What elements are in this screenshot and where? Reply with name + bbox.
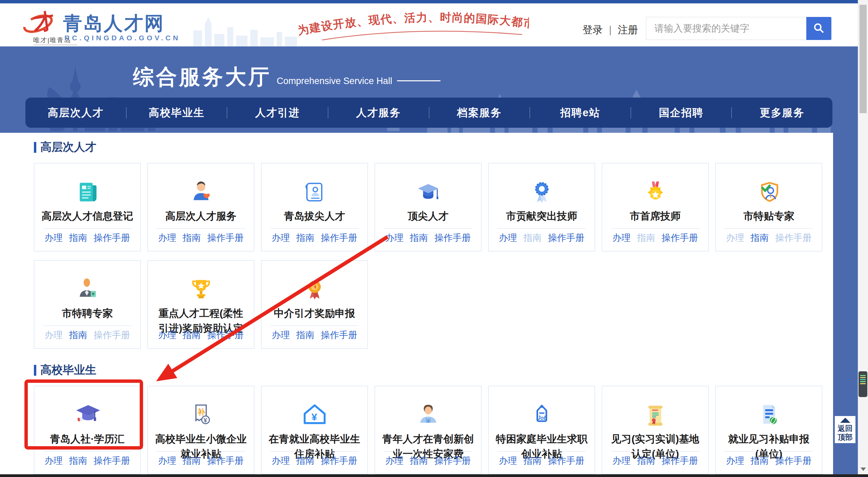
card-link-apply[interactable]: 办理: [726, 232, 744, 244]
person-heart-icon: [148, 163, 254, 205]
card-link-manual[interactable]: 操作手册: [207, 232, 244, 244]
card-link-apply[interactable]: 办理: [385, 232, 403, 244]
card-link-apply[interactable]: 办理: [158, 455, 176, 467]
card-title: 市特聘专家: [34, 306, 140, 321]
card-link-manual[interactable]: 操作手册: [434, 232, 471, 244]
section-title: 高校毕业生: [34, 362, 833, 378]
svg-text:¥: ¥: [311, 411, 317, 422]
service-card: 青年人才在青创新创业一次性安家费办理指南操作手册: [375, 386, 481, 474]
card-link-manual[interactable]: 操作手册: [662, 455, 698, 467]
card-link-apply[interactable]: 办理: [158, 329, 176, 341]
card-link-guide[interactable]: 指南: [637, 455, 655, 467]
card-link-guide[interactable]: 指南: [410, 232, 428, 244]
search-input[interactable]: [646, 17, 806, 40]
page: 才 唯才|唯青岛 青岛人才网 RC.QINGDAO.GOV.CN 为建设开放、现…: [0, 0, 868, 477]
card-link-manual[interactable]: 操作手册: [94, 329, 130, 341]
card-link-guide[interactable]: 指南: [296, 455, 315, 467]
right-background-band: [833, 46, 858, 474]
card-link-manual[interactable]: 操作手册: [775, 232, 812, 244]
section-title-bar: [34, 142, 36, 153]
card-link-guide[interactable]: 指南: [183, 232, 201, 244]
banner-title-underline: [397, 80, 440, 81]
register-link[interactable]: 注册: [618, 24, 638, 35]
card-link-apply[interactable]: 办理: [44, 329, 63, 341]
back-to-top-label: 返回: [838, 424, 853, 433]
nav-item-1[interactable]: 高层次人才: [25, 106, 126, 120]
card-link-manual[interactable]: 操作手册: [207, 329, 244, 341]
card-link-apply[interactable]: 办理: [726, 455, 744, 467]
card-link-guide[interactable]: 指南: [69, 329, 87, 341]
search-button[interactable]: [806, 17, 831, 40]
badge-blue-icon: [489, 163, 595, 205]
card-link-guide[interactable]: 指南: [69, 455, 87, 467]
nav-item-3[interactable]: 人才引进: [227, 106, 328, 120]
svg-text:¥: ¥: [203, 417, 207, 424]
card-link-manual[interactable]: 操作手册: [207, 455, 244, 467]
card-link-guide[interactable]: 指南: [410, 455, 428, 467]
card-links: 办理指南操作手册: [499, 453, 585, 468]
card-link-apply[interactable]: 办理: [499, 232, 517, 244]
card-links: 办理指南操作手册: [44, 453, 130, 468]
card-link-manual[interactable]: 操作手册: [434, 455, 471, 467]
card-link-manual[interactable]: 操作手册: [94, 455, 130, 467]
card-link-apply[interactable]: 办理: [612, 455, 631, 467]
scrollbar[interactable]: [858, 0, 868, 474]
card-divider: [497, 228, 586, 229]
scrollbar-thumb[interactable]: [860, 5, 867, 113]
card-link-guide[interactable]: 指南: [69, 232, 87, 244]
card-link-manual[interactable]: 操作手册: [94, 232, 130, 244]
nav-item-5[interactable]: 档案服务: [429, 106, 530, 120]
card-link-manual[interactable]: 操作手册: [548, 232, 585, 244]
card-link-guide[interactable]: 指南: [296, 329, 315, 341]
nav-item-8[interactable]: 更多服务: [732, 106, 832, 120]
card-link-guide[interactable]: 指南: [637, 232, 655, 244]
card-divider: [725, 451, 813, 452]
card-link-apply[interactable]: 办理: [612, 232, 631, 244]
nav-item-7[interactable]: 国企招聘: [631, 106, 732, 120]
card-link-manual[interactable]: 操作手册: [321, 455, 357, 467]
banner: 综合服务大厅 Comprehensive Service Hall 高层次人才高…: [0, 46, 858, 133]
service-card: 市首席技师办理指南操作手册: [602, 163, 709, 251]
nav-item-2[interactable]: 高校毕业生: [126, 106, 227, 120]
card-link-apply[interactable]: 办理: [158, 232, 176, 244]
card-link-apply[interactable]: 办理: [44, 455, 63, 467]
card-link-guide[interactable]: 指南: [524, 455, 542, 467]
section-title-bar: [34, 365, 36, 376]
back-to-top-button[interactable]: 返回 顶部: [835, 416, 855, 443]
card-link-apply[interactable]: 办理: [499, 455, 517, 467]
card-link-manual[interactable]: 操作手册: [662, 232, 698, 244]
card-divider: [157, 451, 245, 452]
card-link-apply[interactable]: 办理: [272, 232, 290, 244]
card-divider: [43, 451, 132, 452]
card-link-guide[interactable]: 指南: [296, 232, 315, 244]
card-link-manual[interactable]: 操作手册: [321, 232, 357, 244]
card-links: 办理指南操作手册: [499, 230, 585, 245]
login-link[interactable]: 登录: [583, 24, 603, 35]
medal-yellow-icon: [602, 163, 708, 205]
card-link-guide[interactable]: 指南: [183, 455, 201, 467]
card-link-apply[interactable]: 办理: [272, 455, 290, 467]
card-link-manual[interactable]: 操作手册: [775, 455, 812, 467]
card-link-manual[interactable]: 操作手册: [321, 329, 357, 341]
nav-item-4[interactable]: 人才服务: [328, 106, 429, 120]
card-divider: [270, 326, 359, 326]
card-link-manual[interactable]: 操作手册: [548, 455, 585, 467]
card-title: 市贡献突出技师: [489, 209, 595, 224]
person-young-icon: [375, 386, 481, 428]
trophy-icon: [148, 261, 254, 303]
card-link-apply[interactable]: 办理: [44, 232, 63, 244]
svg-text:才: 才: [31, 8, 56, 35]
card-link-apply[interactable]: 办理: [272, 329, 290, 341]
card-link-guide[interactable]: 指南: [751, 455, 769, 467]
card-link-guide[interactable]: 指南: [524, 232, 542, 244]
card-link-apply[interactable]: 办理: [385, 455, 403, 467]
svg-text:Job: Job: [537, 415, 547, 421]
service-card: 见习(实习实训)基地认定(单位)办理指南操作手册: [602, 386, 709, 474]
logo-seal-tagline: [34, 44, 77, 45]
nav-item-6[interactable]: 招聘e站: [530, 106, 631, 120]
card-link-guide[interactable]: 指南: [183, 329, 201, 341]
card-link-guide[interactable]: 指南: [751, 232, 769, 244]
card-links: 办理指南操作手册: [726, 453, 812, 468]
scroll-minimap-widget[interactable]: [859, 371, 867, 397]
scroll-down-arrow-icon[interactable]: [861, 468, 866, 471]
